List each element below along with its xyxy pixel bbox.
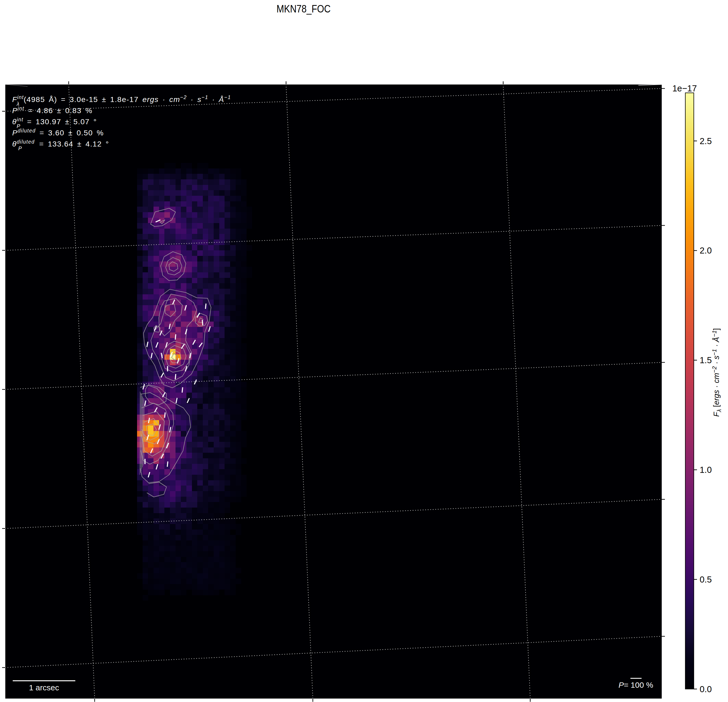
- svg-text:1 arcsec: 1 arcsec: [29, 683, 59, 692]
- svg-text:0.5: 0.5: [700, 575, 712, 584]
- svg-text:0.0: 0.0: [700, 684, 712, 694]
- svg-text:2.0: 2.0: [700, 245, 712, 255]
- svg-text:2.5: 2.5: [700, 136, 712, 146]
- svg-text:1.0: 1.0: [700, 465, 712, 475]
- svg-text:1.5: 1.5: [700, 355, 712, 365]
- svg-text:Pint = 4.86 ± 0.83 %: Pint = 4.86 ± 0.83 %: [12, 105, 92, 115]
- svg-text:1e−17: 1e−17: [672, 84, 697, 93]
- svg-text:P= 100 %: P= 100 %: [618, 680, 653, 689]
- svg-text:MKN78_FOC: MKN78_FOC: [276, 3, 331, 15]
